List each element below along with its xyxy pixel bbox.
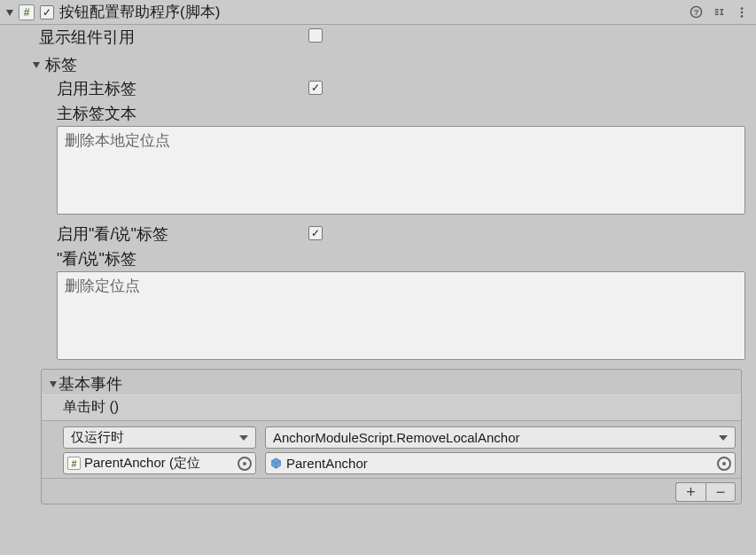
runtime-mode-value: 仅运行时 <box>71 429 124 446</box>
component-header: # 按钮配置帮助程序(脚本) ? <box>0 0 756 25</box>
target-object-field[interactable]: # ParentAnchor (定位 <box>63 452 256 474</box>
argument-object-field[interactable]: ParentAnchor <box>265 452 736 474</box>
events-section-header[interactable]: 基本事件 <box>42 370 741 395</box>
show-refs-checkbox[interactable] <box>308 28 323 43</box>
show-refs-row: 显示组件引用 <box>14 25 749 50</box>
argument-object-value: ParentAnchor <box>286 456 368 471</box>
svg-point-3 <box>741 7 744 10</box>
events-panel: 基本事件 单击时 () 仅运行时 # ParentAnchor (定位 Anch… <box>41 369 742 504</box>
labels-section-header[interactable]: 标签 <box>14 53 749 76</box>
script-mini-icon: # <box>67 457 81 470</box>
svg-marker-7 <box>50 381 57 387</box>
component-title: 按钮配置帮助程序(脚本) <box>59 2 220 22</box>
enable-seesay-label: 启用"看/说"标签 <box>14 223 307 245</box>
event-list-footer: + − <box>42 479 741 504</box>
enable-main-row: 启用主标签 <box>14 76 749 101</box>
enable-seesay-checkbox[interactable] <box>308 226 323 240</box>
svg-point-4 <box>741 11 744 13</box>
main-text-input[interactable]: 删除本地定位点 <box>57 126 745 215</box>
svg-marker-6 <box>33 62 40 68</box>
events-title: 基本事件 <box>58 373 122 395</box>
main-text-label: 主标签文本 <box>14 103 307 124</box>
help-icon[interactable]: ? <box>687 4 705 21</box>
event-entry: 仅运行时 # ParentAnchor (定位 AnchorModuleScri… <box>42 421 741 479</box>
seesay-label-row: "看/说"标签 <box>14 246 749 270</box>
preset-icon[interactable] <box>710 4 728 21</box>
labels-foldout[interactable] <box>30 59 42 71</box>
enable-main-label: 启用主标签 <box>14 78 307 99</box>
component-enabled-checkbox[interactable] <box>40 5 54 20</box>
component-body: 显示组件引用 标签 启用主标签 主标签文本 删除本地定位点 启用"看/说"标签 … <box>0 25 756 504</box>
script-icon: # <box>19 4 35 20</box>
function-value: AnchorModuleScript.RemoveLocalAnchor <box>273 430 519 445</box>
seesay-text-input[interactable]: 删除定位点 <box>57 271 745 360</box>
svg-point-5 <box>741 15 744 18</box>
main-text-label-row: 主标签文本 <box>14 101 749 124</box>
enable-main-checkbox[interactable] <box>308 81 323 95</box>
object-picker-icon[interactable] <box>238 457 252 471</box>
labels-section-title: 标签 <box>45 54 77 75</box>
seesay-label: "看/说"标签 <box>14 248 307 270</box>
onclick-header: 单击时 () <box>42 395 741 421</box>
events-foldout[interactable] <box>47 379 58 390</box>
gameobject-icon <box>269 457 283 470</box>
svg-text:?: ? <box>693 8 698 17</box>
component-foldout[interactable] <box>4 6 15 18</box>
target-object-value: ParentAnchor (定位 <box>84 455 200 472</box>
add-listener-button[interactable]: + <box>675 482 705 502</box>
runtime-mode-dropdown[interactable]: 仅运行时 <box>63 426 256 449</box>
function-dropdown[interactable]: AnchorModuleScript.RemoveLocalAnchor <box>265 426 736 449</box>
object-picker-icon[interactable] <box>717 457 731 471</box>
remove-listener-button[interactable]: − <box>705 482 736 502</box>
svg-marker-0 <box>6 10 13 16</box>
enable-seesay-row: 启用"看/说"标签 <box>14 222 749 246</box>
show-refs-label: 显示组件引用 <box>14 27 307 48</box>
kebab-menu-icon[interactable] <box>733 4 751 21</box>
